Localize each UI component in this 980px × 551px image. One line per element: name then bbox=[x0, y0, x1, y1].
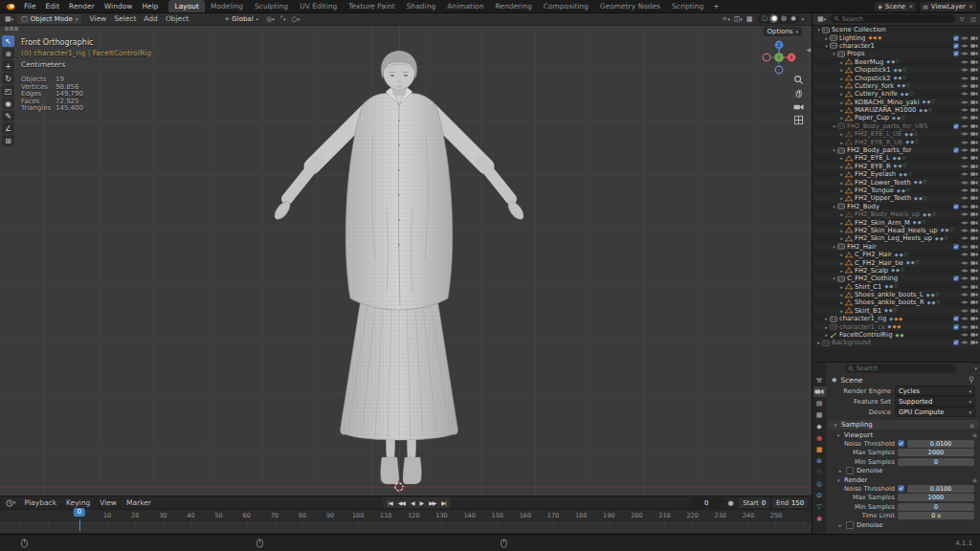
outliner-row-skirt-b1[interactable]: ▸Skirt_B1◆◆▽ bbox=[813, 307, 980, 315]
outliner-search-input[interactable] bbox=[842, 15, 952, 23]
eye-icon[interactable] bbox=[961, 284, 969, 290]
properties-search-input[interactable] bbox=[857, 364, 954, 372]
outliner-row-fh2-body[interactable]: ▾FH2_Body bbox=[813, 203, 980, 210]
checkbox[interactable] bbox=[953, 316, 959, 321]
checkbox[interactable] bbox=[953, 276, 959, 281]
properties-tab-render[interactable] bbox=[813, 386, 826, 397]
auto-keying-icon[interactable]: ● bbox=[725, 498, 736, 508]
eye-icon[interactable] bbox=[961, 308, 969, 314]
properties-tab-particles[interactable]: ∷ bbox=[813, 467, 826, 477]
play-button[interactable]: ▶ bbox=[417, 499, 427, 506]
properties-tab-modifiers[interactable]: ⊛ bbox=[813, 455, 826, 466]
eye-icon[interactable] bbox=[961, 180, 969, 186]
outliner-row-character1[interactable]: ▾character1 bbox=[813, 42, 980, 50]
eye-icon[interactable] bbox=[961, 268, 969, 274]
workspace-tab-layout[interactable]: Layout bbox=[168, 0, 205, 12]
value-field-time-limit[interactable]: 0 s bbox=[898, 512, 974, 519]
shading-wireframe-icon[interactable]: ○ bbox=[760, 14, 768, 23]
checkbox[interactable] bbox=[953, 123, 959, 129]
expand-icon[interactable]: ▸ bbox=[838, 292, 845, 298]
expand-icon[interactable]: ▾ bbox=[831, 147, 837, 153]
checkbox[interactable] bbox=[953, 51, 959, 56]
properties-options-icon[interactable]: ▾ bbox=[974, 365, 977, 371]
timeline-menu-marker[interactable]: Marker bbox=[122, 496, 156, 509]
menu-window[interactable]: Window bbox=[100, 0, 138, 12]
properties-tab-tool[interactable]: ⚒ bbox=[813, 375, 826, 386]
eye-icon[interactable] bbox=[961, 211, 969, 217]
outliner-row-fh2-eye-r-ue[interactable]: ▸FH2_EYE_R_UE◆◆▽ bbox=[813, 138, 980, 145]
eye-icon[interactable] bbox=[961, 228, 969, 233]
timeline-editor-icon[interactable]: ▾ bbox=[4, 498, 18, 506]
expand-icon[interactable]: ▾ bbox=[831, 244, 837, 250]
subpanel-options-icon[interactable]: ≡ bbox=[972, 431, 977, 438]
timeline-track[interactable] bbox=[0, 520, 812, 533]
expand-icon[interactable]: ▾ bbox=[831, 51, 837, 56]
eye-icon[interactable] bbox=[961, 123, 969, 129]
eye-icon[interactable] bbox=[961, 140, 969, 145]
properties-tab-output[interactable]: ▤ bbox=[813, 398, 826, 408]
view-layer-selector[interactable]: ▤ ViewLayer ✕ bbox=[920, 2, 976, 11]
expand-icon[interactable]: ▸ bbox=[838, 140, 845, 145]
value-field-noise-threshold[interactable]: 0.0100 bbox=[907, 440, 974, 448]
camera-icon[interactable] bbox=[970, 147, 978, 153]
playhead-line[interactable] bbox=[79, 519, 80, 531]
checkbox[interactable] bbox=[846, 521, 854, 529]
outliner-row-fh2-skin-head-heels-up[interactable]: ▸FH2_Skin_Head_Heels_up◆◆▽ bbox=[813, 227, 980, 234]
outliner-row-props[interactable]: ▾Props bbox=[813, 50, 980, 57]
jump-to-start-button[interactable]: |◀ bbox=[385, 499, 395, 506]
camera-icon[interactable] bbox=[970, 260, 978, 266]
workspace-tab-geometry-nodes[interactable]: Geometry Nodes bbox=[594, 0, 666, 12]
camera-icon[interactable] bbox=[970, 35, 978, 41]
value-field-min-samples[interactable]: 0 bbox=[898, 503, 974, 511]
camera-icon[interactable] bbox=[970, 164, 978, 169]
expand-icon[interactable]: ▸ bbox=[838, 76, 845, 81]
pin-icon[interactable] bbox=[968, 376, 975, 385]
camera-icon[interactable] bbox=[970, 211, 978, 217]
outliner-row-fh2-hair[interactable]: ▾FH2_Hair bbox=[813, 243, 980, 251]
outliner-row-fh2-scalp[interactable]: ▸FH2_Scalp◆◆▽ bbox=[813, 267, 980, 275]
eye-icon[interactable] bbox=[961, 244, 969, 250]
outliner-row-fh2-tongue[interactable]: ▸FH2_Tongue◆◆▽ bbox=[813, 187, 980, 194]
camera-icon[interactable] bbox=[970, 235, 978, 241]
expand-icon[interactable]: ▸ bbox=[838, 299, 845, 305]
frame-end-field[interactable]: End 150 bbox=[772, 498, 808, 508]
properties-tab-material[interactable]: ◉ bbox=[813, 513, 826, 523]
expand-icon[interactable]: ▾ bbox=[831, 204, 837, 209]
timeline-menu-playback[interactable]: Playback bbox=[20, 496, 61, 509]
next-keyframe-button[interactable]: ▶▶ bbox=[426, 499, 438, 506]
outliner-row-scene-collection[interactable]: ▾Scene Collection bbox=[813, 26, 980, 33]
region-collapse-icon[interactable]: ◀ bbox=[806, 46, 811, 53]
outliner-row-chopstick2[interactable]: ▸Chopstick2◆◆▽ bbox=[813, 74, 980, 81]
tool-annotate[interactable]: ✎ bbox=[2, 110, 14, 121]
camera-icon[interactable] bbox=[970, 340, 978, 345]
outliner-row-cutlery-fork[interactable]: ▸Cutlery_fork◆◆▽ bbox=[813, 82, 980, 90]
expand-icon[interactable]: ▸ bbox=[838, 91, 845, 97]
navigation-gizmo[interactable]: Z X Y bbox=[760, 38, 798, 77]
checkbox[interactable] bbox=[953, 147, 959, 153]
tool-measure[interactable]: ∠ bbox=[2, 122, 14, 134]
workspace-tab-modeling[interactable]: Modeling bbox=[205, 0, 249, 12]
expand-icon[interactable]: ▸ bbox=[838, 252, 845, 257]
properties-tab-physics[interactable]: ◎ bbox=[813, 478, 826, 489]
outliner-search[interactable] bbox=[831, 14, 955, 23]
outliner-row-c-fh2-clothing[interactable]: ▾C_FH2_Clothing bbox=[813, 275, 980, 282]
camera-icon[interactable] bbox=[970, 324, 978, 330]
camera-icon[interactable] bbox=[970, 276, 978, 281]
outliner-options-icon[interactable]: ◫ bbox=[969, 15, 978, 22]
tool-rotate[interactable]: ↻ bbox=[2, 73, 14, 84]
outliner-row-character1-rig[interactable]: ▸character1_rig◆◆◆ bbox=[813, 315, 980, 322]
pivot-point-icon[interactable]: ◎▾ bbox=[264, 15, 277, 23]
checkbox[interactable] bbox=[953, 340, 959, 345]
frame-start-field[interactable]: Start 0 bbox=[739, 498, 769, 508]
outliner-row-chopstick1[interactable]: ▸Chopstick1◆◆▽ bbox=[813, 66, 980, 74]
outliner-row-fh2-skin-leg-heels-up[interactable]: ▸FH2_Skin_Leg_Heels_up◆◆▽ bbox=[813, 234, 980, 242]
camera-icon[interactable] bbox=[970, 284, 978, 290]
eye-icon[interactable] bbox=[961, 115, 969, 121]
expand-icon[interactable]: ▸ bbox=[838, 228, 845, 233]
value-field-max-samples[interactable]: 2000 bbox=[898, 494, 974, 501]
camera-icon[interactable] bbox=[970, 83, 978, 89]
expand-icon[interactable]: ▸ bbox=[838, 115, 845, 121]
outliner-row-fh2-body-parts-for[interactable]: ▾FH2_Body_parts_for bbox=[813, 146, 980, 154]
camera-icon[interactable] bbox=[970, 67, 978, 73]
pan-hand-icon[interactable] bbox=[793, 88, 804, 99]
